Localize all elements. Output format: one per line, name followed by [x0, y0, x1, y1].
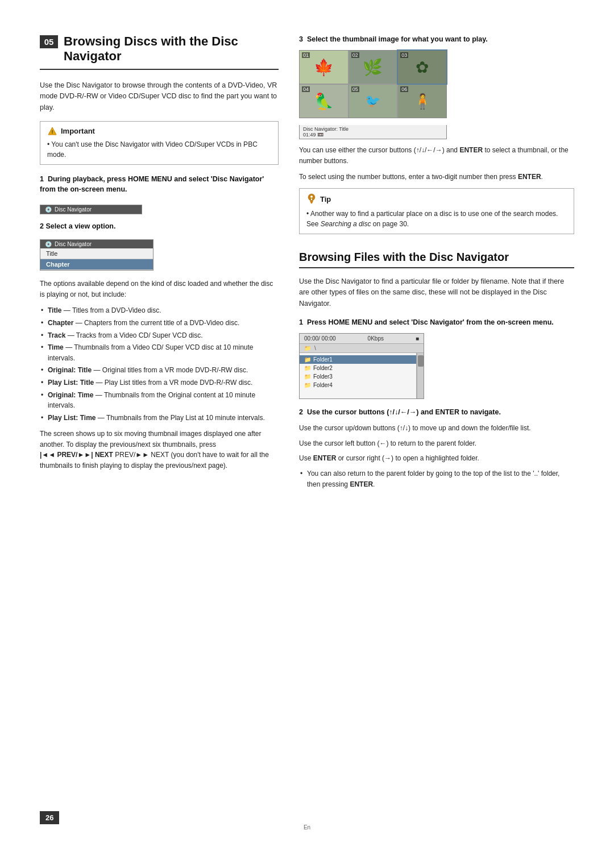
important-bullet: You can't use the Disc Navigator with Vi… — [47, 140, 258, 159]
options-list: Title — Titles from a DVD-Video disc. Ch… — [40, 305, 279, 423]
thumb-cell-04: 04 🦜 — [300, 85, 348, 118]
step1-num: 1 — [40, 175, 48, 183]
list-item: Original: Time — Thumbnails from the Ori… — [40, 390, 279, 411]
folder-item-4: 📁 Folder4 — [300, 381, 416, 389]
folder-item-3: 📁 Folder3 — [300, 372, 416, 381]
step1-text: 1 During playback, press HOME MENU and s… — [40, 174, 279, 194]
body-text-3: You can use either the cursor buttons (↑… — [299, 145, 574, 166]
nav-bullet-list: You can also return to the parent folder… — [299, 468, 574, 489]
step3-num: 3 — [299, 35, 307, 43]
page-footer: 26 En — [40, 811, 574, 834]
view-option-chapter: Chapter — [40, 259, 153, 270]
page-number-box: 26 — [40, 811, 59, 824]
scrollbar-thumb — [418, 355, 424, 367]
sub-section-header: Browsing Files with the Disc Navigator — [299, 250, 574, 268]
mockup-title-1: Disc Navigator — [55, 206, 92, 213]
disc-icon-2: 💿 — [45, 241, 52, 247]
folder-icon: 📁 — [304, 356, 311, 363]
page: 05 Browsing Discs with the Disc Navigato… — [0, 0, 614, 868]
list-item: You can also return to the parent folder… — [299, 468, 574, 489]
folder-nav-icon: 📁 — [304, 345, 311, 351]
files-section-title: Browsing Files with the Disc Navigator — [299, 250, 574, 264]
thumb-cell-01: 01 🍁 — [300, 51, 348, 84]
thumbnail-section: 01 🍁 02 🌿 03 ✿ 04 🦜 — [299, 50, 574, 139]
thumb-grid-footer: Disc Navigator: Title 01:49 📼 — [299, 125, 447, 139]
left-column: 05 Browsing Discs with the Disc Navigato… — [40, 34, 279, 800]
important-box: ! Important • You can't use the Disc Nav… — [40, 121, 279, 165]
files-step2-heading: 2 Use the cursor buttons (↑/↓/←/→) and E… — [299, 407, 574, 417]
list-item: Track — Tracks from a Video CD/ Super VC… — [40, 330, 279, 341]
view-option-title: Title — [40, 248, 153, 259]
two-column-layout: 05 Browsing Discs with the Disc Navigato… — [40, 34, 574, 800]
tip-content: • Another way to find a particular place… — [306, 209, 567, 229]
mockup-title-2: Disc Navigator — [55, 241, 92, 247]
important-label: Important — [61, 127, 95, 135]
svg-text:!: ! — [52, 129, 53, 135]
files-intro: Use the Disc Navigator to find a particu… — [299, 276, 574, 309]
thumbnail-grid: 01 🍁 02 🌿 03 ✿ 04 🦜 — [299, 50, 447, 118]
tip-link: Searching a disc — [321, 220, 371, 228]
prev-next-symbol: |◄◄ PREV/►►| NEXT — [40, 451, 113, 459]
folder-mockup: 00:00/ 00:00 0Kbps ■ 📁 \ 📁 Folder1 — [299, 333, 424, 399]
intro-text: Use the Disc Navigator to browse through… — [40, 80, 279, 113]
nav-text-2: Use the cursor left button (←) to return… — [299, 438, 574, 449]
important-header: ! Important — [47, 126, 271, 136]
thumb-cell-05: 05 🐦 — [349, 85, 397, 118]
folder-icon: 📁 — [304, 365, 311, 371]
step3-heading: 3 Select the thumbnail image for what yo… — [299, 34, 574, 44]
svg-point-4 — [310, 196, 313, 198]
folder-nav-bar: 📁 \ — [300, 344, 424, 353]
mockup-title-bar-2: 💿 Disc Navigator — [40, 240, 153, 248]
page-lang: En — [40, 824, 574, 830]
folder-item-2: 📁 Folder2 — [300, 364, 416, 372]
tip-label: Tip — [320, 195, 331, 203]
list-item: Play List: Time — Thumbnails from the Pl… — [40, 413, 279, 423]
folder-top-bar: 00:00/ 00:00 0Kbps ■ — [300, 334, 424, 344]
list-item: Time — Thumbnails from a Video CD/ Super… — [40, 342, 279, 363]
svg-rect-5 — [311, 198, 312, 200]
warning-icon: ! — [47, 126, 57, 136]
folder-scrollbar — [417, 353, 424, 398]
thumb-cell-02: 02 🌿 — [349, 51, 397, 84]
tip-header: Tip — [306, 193, 567, 206]
folder-content: 📁 Folder1 📁 Folder2 📁 Folder3 — [300, 353, 424, 398]
folder-icon: 📁 — [304, 382, 311, 388]
step2-label: 2 Select a view option. — [40, 222, 279, 230]
section-header: 05 Browsing Discs with the Disc Navigato… — [40, 34, 279, 70]
files-step1: 1 Press HOME MENU and select 'Disc Navig… — [299, 317, 574, 327]
list-item: Title — Titles from a DVD-Video disc. — [40, 305, 279, 316]
list-item: Chapter — Chapters from the current titl… — [40, 318, 279, 329]
folder-icon: 📁 — [304, 373, 311, 380]
important-content: • You can't use the Disc Navigator with … — [47, 139, 271, 160]
list-item: Original: Title — Original titles from a… — [40, 365, 279, 376]
section-number: 05 — [40, 35, 58, 48]
folder-item-1: 📁 Folder1 — [300, 355, 416, 364]
svg-marker-3 — [310, 201, 313, 203]
thumb-cell-06: 06 🧍 — [398, 85, 446, 118]
disc-icon-1: 💿 — [45, 206, 52, 213]
nav-text-1: Use the cursor up/down buttons (↑/↓) to … — [299, 423, 574, 434]
right-column: 3 Select the thumbnail image for what yo… — [299, 34, 574, 800]
body-text-2: The screen shows up to six moving thumbn… — [40, 429, 279, 471]
list-item: Play List: Title — Play List titles from… — [40, 377, 279, 388]
disc-navigator-mockup-1: 💿 Disc Navigator — [40, 205, 142, 214]
body-text-1: The options available depend on the kind… — [40, 279, 279, 300]
section-title: Browsing Discs with the Disc Navigator — [64, 34, 279, 64]
tip-icon — [306, 193, 317, 206]
disc-navigator-mockup-2: 💿 Disc Navigator Title Chapter — [40, 239, 154, 271]
nav-text-3: Use ENTER or cursor right (→) to open a … — [299, 453, 574, 464]
tip-box: Tip • Another way to find a particular p… — [299, 188, 574, 234]
mockup-title-bar-1: 💿 Disc Navigator — [40, 205, 142, 214]
folder-list: 📁 Folder1 📁 Folder2 📁 Folder3 — [300, 353, 417, 398]
thumb-cell-03: 03 ✿ — [398, 51, 446, 84]
body-text-4: To select using the number buttons, ente… — [299, 172, 574, 182]
browsing-files-section: Browsing Files with the Disc Navigator U… — [299, 250, 574, 489]
